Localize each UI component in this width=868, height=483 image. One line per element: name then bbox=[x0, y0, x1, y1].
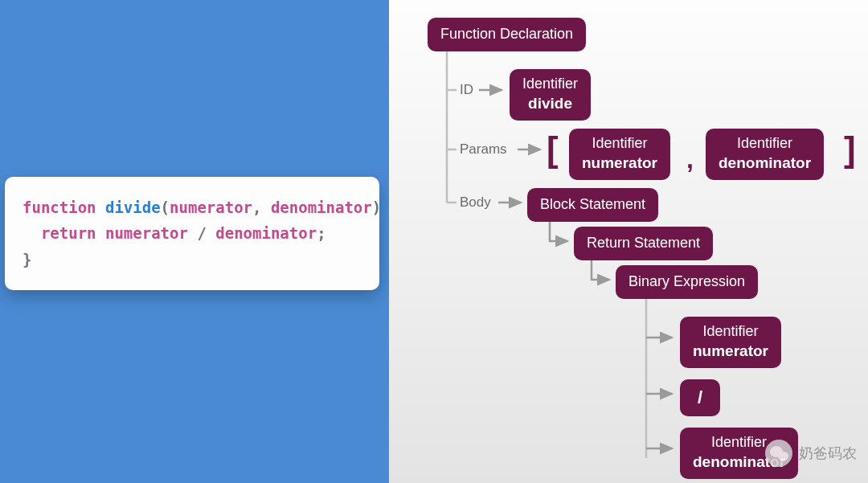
token-semicolon: ; bbox=[317, 224, 326, 242]
ast-node-title: Identifier bbox=[711, 434, 767, 450]
token-operator: / bbox=[197, 224, 206, 242]
ast-node-id-identifier: Identifier divide bbox=[510, 69, 591, 121]
ast-node-return-statement: Return Statement bbox=[574, 227, 713, 260]
ast-node-param-denominator: Identifier denominator bbox=[706, 129, 824, 180]
ast-node-sub: denominator bbox=[719, 154, 811, 173]
ast-pane: Function Declaration ID Identifier divid… bbox=[389, 0, 868, 483]
ast-node-sub: divide bbox=[522, 95, 578, 113]
ast-node-sub: numerator bbox=[693, 342, 768, 361]
token-paren-open: ( bbox=[161, 199, 170, 216]
ast-node-param-numerator: Identifier numerator bbox=[569, 129, 670, 180]
wechat-icon bbox=[765, 440, 792, 467]
ast-node-binary-expression: Binary Expression bbox=[616, 265, 758, 299]
ast-edge-label-body: Body bbox=[460, 194, 491, 211]
token-function-keyword: function bbox=[23, 199, 96, 216]
token-return: return bbox=[41, 224, 96, 242]
ast-node-leaf-numerator: Identifier numerator bbox=[680, 317, 781, 368]
ast-node-title: Identifier bbox=[522, 76, 578, 92]
code-line-3: } bbox=[23, 247, 363, 272]
bracket-open: [ bbox=[547, 132, 559, 167]
code-line-2: return numerator / denominator; bbox=[23, 220, 363, 246]
code-line-1: function divide(numerator, denominator) … bbox=[23, 194, 363, 220]
ast-node-leaf-operator: / bbox=[680, 379, 720, 416]
token-param-denominator: denominator bbox=[271, 199, 372, 216]
ast-node-block-statement: Block Statement bbox=[527, 188, 658, 222]
ast-node-sub: numerator bbox=[582, 154, 657, 173]
token-comma: , bbox=[252, 199, 261, 216]
ast-node-title: Identifier bbox=[737, 135, 792, 151]
watermark-text: 奶爸码农 bbox=[799, 444, 857, 463]
token-paren-close: ) bbox=[372, 199, 381, 216]
watermark: 奶爸码农 bbox=[765, 440, 857, 467]
ast-node-title: Identifier bbox=[702, 323, 758, 339]
token-ident-numerator: numerator bbox=[105, 224, 188, 242]
ast-node-function-declaration: Function Declaration bbox=[428, 18, 586, 51]
token-brace-close: } bbox=[23, 251, 31, 268]
bracket-close: ] bbox=[844, 132, 856, 167]
ast-edge-label-id: ID bbox=[460, 82, 473, 98]
token-ident-denominator: denominator bbox=[215, 224, 317, 242]
token-function-name: divide bbox=[105, 199, 161, 216]
token-param-numerator: numerator bbox=[170, 199, 252, 216]
code-pane: function divide(numerator, denominator) … bbox=[0, 0, 389, 483]
code-card: function divide(numerator, denominator) … bbox=[5, 177, 379, 290]
params-comma: , bbox=[686, 145, 694, 174]
ast-edge-label-params: Params bbox=[460, 141, 507, 158]
ast-node-title: Identifier bbox=[592, 135, 647, 151]
